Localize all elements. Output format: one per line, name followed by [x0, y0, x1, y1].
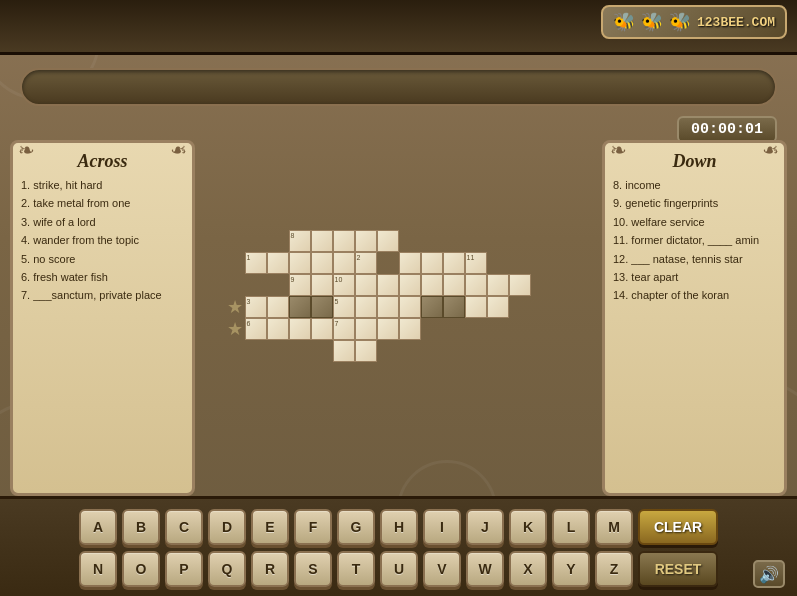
cell-r3c11[interactable]: [487, 296, 509, 318]
key-N[interactable]: N: [79, 551, 117, 587]
clue-down-9: 9. genetic fingerprints: [613, 196, 776, 211]
key-U[interactable]: U: [380, 551, 418, 587]
cell-r2c3[interactable]: [311, 274, 333, 296]
cell-r1c10[interactable]: 11: [465, 252, 487, 274]
cell-r1c2[interactable]: [289, 252, 311, 274]
cell-r5c4[interactable]: [333, 340, 355, 362]
cell-r3c6[interactable]: [377, 296, 399, 318]
cell-r2c10[interactable]: [465, 274, 487, 296]
bee-icon-1: 🐝: [613, 11, 635, 33]
cell-r4c4[interactable]: 7: [333, 318, 355, 340]
bee-icon-2: 🐝: [641, 11, 663, 33]
cell-r2c9[interactable]: [443, 274, 465, 296]
cell-r4c7[interactable]: [399, 318, 421, 340]
key-P[interactable]: P: [165, 551, 203, 587]
cell-r4c0[interactable]: 6: [245, 318, 267, 340]
logo-box: 🐝 🐝 🐝 123BEE.COM: [601, 5, 787, 39]
cell-r1c5[interactable]: 2: [355, 252, 377, 274]
key-C[interactable]: C: [165, 509, 203, 545]
cell-r2c4[interactable]: 10: [333, 274, 355, 296]
clue-across-4: 4. wander from the topic: [21, 233, 184, 248]
key-G[interactable]: G: [337, 509, 375, 545]
clue-across-6: 6. fresh water fish: [21, 270, 184, 285]
cell-r1c8[interactable]: [421, 252, 443, 274]
cell-r4c2[interactable]: [289, 318, 311, 340]
cell-r4c3[interactable]: [311, 318, 333, 340]
cell-r3c7[interactable]: [399, 296, 421, 318]
keyboard-area: A B C D E F G H I J K L M CLEAR N O P Q …: [0, 496, 797, 596]
cell-r0c4[interactable]: [333, 230, 355, 252]
key-W[interactable]: W: [466, 551, 504, 587]
cell-r2c5[interactable]: [355, 274, 377, 296]
logo-text: 123BEE.COM: [697, 15, 775, 30]
key-F[interactable]: F: [294, 509, 332, 545]
cell-r0c3[interactable]: [311, 230, 333, 252]
clue-across-7: 7. ___sanctum, private place: [21, 288, 184, 303]
down-title: Down: [613, 151, 776, 172]
cell-r3c0[interactable]: 3: [245, 296, 267, 318]
cell-r0c5[interactable]: [355, 230, 377, 252]
cell-r1c3[interactable]: [311, 252, 333, 274]
cell-r1c9[interactable]: [443, 252, 465, 274]
key-X[interactable]: X: [509, 551, 547, 587]
cell-r4c5[interactable]: [355, 318, 377, 340]
key-Z[interactable]: Z: [595, 551, 633, 587]
key-B[interactable]: B: [122, 509, 160, 545]
cell-r2c7[interactable]: [399, 274, 421, 296]
keyboard-row-2: N O P Q R S T U V W X Y Z RESET: [79, 551, 718, 587]
cell-r2c2[interactable]: 9: [289, 274, 311, 296]
key-H[interactable]: H: [380, 509, 418, 545]
cell-r3c2-blocked: [289, 296, 311, 318]
key-Y[interactable]: Y: [552, 551, 590, 587]
key-I[interactable]: I: [423, 509, 461, 545]
cell-r1c0[interactable]: 1: [245, 252, 267, 274]
cell-r5c5[interactable]: [355, 340, 377, 362]
crossword-grid: 8 1 2 11 9 10: [245, 230, 553, 406]
cell-r0c6[interactable]: [377, 230, 399, 252]
clue-down-12: 12. ___ natase, tennis star: [613, 252, 776, 267]
cell-r3c5[interactable]: [355, 296, 377, 318]
key-J[interactable]: J: [466, 509, 504, 545]
across-clues-panel: Across 1. strike, hit hard 2. take metal…: [10, 140, 195, 496]
clue-down-13: 13. tear apart: [613, 270, 776, 285]
cell-r2c8[interactable]: [421, 274, 443, 296]
bee-icon-3: 🐝: [669, 11, 691, 33]
cell-r2c6[interactable]: [377, 274, 399, 296]
clue-across-2: 2. take metal from one: [21, 196, 184, 211]
cell-r1c7[interactable]: [399, 252, 421, 274]
key-S[interactable]: S: [294, 551, 332, 587]
key-T[interactable]: T: [337, 551, 375, 587]
cell-r2c11[interactable]: [487, 274, 509, 296]
down-clues-panel: Down 8. income 9. genetic fingerprints 1…: [602, 140, 787, 496]
sound-button[interactable]: 🔊: [753, 560, 785, 588]
clue-across-5: 5. no score: [21, 252, 184, 267]
clue-down-14: 14. chapter of the koran: [613, 288, 776, 303]
cell-r1c4[interactable]: [333, 252, 355, 274]
clue-down-8: 8. income: [613, 178, 776, 193]
cell-r0c2[interactable]: 8: [289, 230, 311, 252]
cell-r3c4[interactable]: 5: [333, 296, 355, 318]
reset-button[interactable]: RESET: [638, 551, 718, 587]
cell-r3c8-blocked: [421, 296, 443, 318]
cell-r3c10[interactable]: [465, 296, 487, 318]
key-O[interactable]: O: [122, 551, 160, 587]
cell-r4c6[interactable]: [377, 318, 399, 340]
key-K[interactable]: K: [509, 509, 547, 545]
clear-button[interactable]: CLEAR: [638, 509, 718, 545]
key-V[interactable]: V: [423, 551, 461, 587]
key-M[interactable]: M: [595, 509, 633, 545]
key-E[interactable]: E: [251, 509, 289, 545]
key-A[interactable]: A: [79, 509, 117, 545]
key-R[interactable]: R: [251, 551, 289, 587]
cell-r2c12[interactable]: [509, 274, 531, 296]
cell-r1c1[interactable]: [267, 252, 289, 274]
cell-r3c1[interactable]: [267, 296, 289, 318]
clue-across-1: 1. strike, hit hard: [21, 178, 184, 193]
cell-r3c3-blocked: [311, 296, 333, 318]
sound-area: 🔊: [753, 560, 785, 588]
key-D[interactable]: D: [208, 509, 246, 545]
key-L[interactable]: L: [552, 509, 590, 545]
across-title: Across: [21, 151, 184, 172]
cell-r4c1[interactable]: [267, 318, 289, 340]
key-Q[interactable]: Q: [208, 551, 246, 587]
